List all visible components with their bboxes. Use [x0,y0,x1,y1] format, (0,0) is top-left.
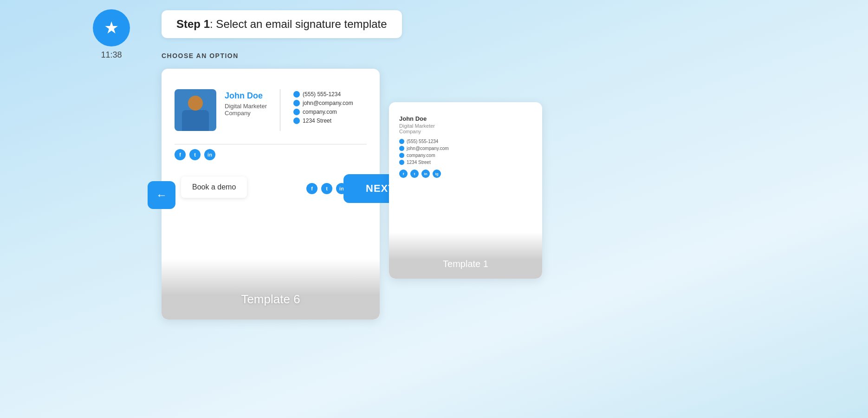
sig-website-item: company.com [293,109,353,115]
step-header: Step 1: Select an email signature templa… [162,10,402,38]
back-arrow-icon: ← [156,189,167,202]
linkedin-icon: in [204,149,215,160]
sig-website-sm: company.com [399,153,532,158]
signature-preview: John Doe Digital Marketer Company (555) … [175,80,367,138]
link-icon-sm [399,153,404,158]
sig-company-sm: Company [399,129,532,134]
sig-avatar-inner [175,89,216,131]
email-icon [293,100,300,106]
sig-contact: (555) 555-1234 john@company.com company.… [293,89,353,124]
avatar-circle: ★ [93,9,130,46]
email-text-sm: john@company.com [407,146,449,151]
phone-icon [293,91,300,98]
sig-email: john@company.com [303,100,353,106]
time-display: 11:38 [101,50,122,60]
template-large-overlay: Template 6 [162,259,380,320]
phone-icon-sm [399,139,404,144]
sig-company: Company [225,110,267,117]
sig-website: company.com [303,109,337,115]
address-text-sm: 1234 Street [407,160,431,165]
social-icons-center: f t in [306,183,347,194]
sig-name-block: John Doe Digital Marketer Company [225,89,267,117]
template-large-label: Template 6 [241,292,300,307]
link-icon [293,109,300,115]
tw-icon-center: t [321,183,332,194]
twitter-icon: t [189,149,201,160]
sig-address-sm: 1234 Street [399,160,532,165]
sig-address: 1234 Street [303,118,331,124]
fb-icon-center: f [306,183,317,194]
sig-email-sm: john@company.com [399,146,532,151]
phone-text-sm: (555) 555-1234 [407,139,438,144]
fb-icon-sm: f [399,170,408,178]
li-icon-sm: in [421,170,430,178]
back-button[interactable]: ← [148,181,175,209]
sig-name: John Doe [225,91,267,101]
location-icon [293,118,300,124]
step-description: : Select an email signature template [210,18,387,30]
tw-icon-sm: t [410,170,419,178]
sig-title: Digital Marketer [225,103,267,110]
sig-name-sm: John Doe [399,115,532,122]
template-small-label: Template 1 [443,259,488,269]
card-content-small: John Doe Digital Marketer Company (555) … [389,102,542,185]
book-demo-label: Book a demo [192,183,236,191]
sig-title-sm: Digital Marketer [399,123,532,129]
ig-icon-sm: ig [433,170,441,178]
location-icon-sm [399,160,404,165]
star-icon: ★ [104,20,119,36]
template-card-small[interactable]: John Doe Digital Marketer Company (555) … [389,102,542,279]
template-small-overlay: Template 1 [389,232,542,279]
sig-social-row: f t in [175,144,367,160]
sig-divider [280,89,280,131]
sig-phone-sm: (555) 555-1234 [399,139,532,144]
step-header-text: Step 1: Select an email signature templa… [176,18,387,30]
website-text-sm: company.com [407,153,435,158]
book-demo-button[interactable]: Book a demo [181,176,247,198]
sig-address-item: 1234 Street [293,118,353,124]
step-number: Step 1 [176,18,210,30]
person-head [188,96,203,111]
sig-phone-item: (555) 555-1234 [293,91,353,98]
sig-email-item: john@company.com [293,100,353,106]
social-row-sm: f t in ig [399,170,532,178]
sig-contact-sm: (555) 555-1234 john@company.com company.… [399,139,532,165]
email-icon-sm [399,146,404,151]
choose-option-label: CHOOSE AN OPTION [162,52,239,59]
person-body [182,110,209,131]
card-content-large: John Doe Digital Marketer Company (555) … [162,69,380,171]
sig-phone: (555) 555-1234 [303,91,341,98]
left-panel: ★ 11:38 [93,9,130,60]
facebook-icon: f [175,149,186,160]
sig-avatar [175,89,216,131]
